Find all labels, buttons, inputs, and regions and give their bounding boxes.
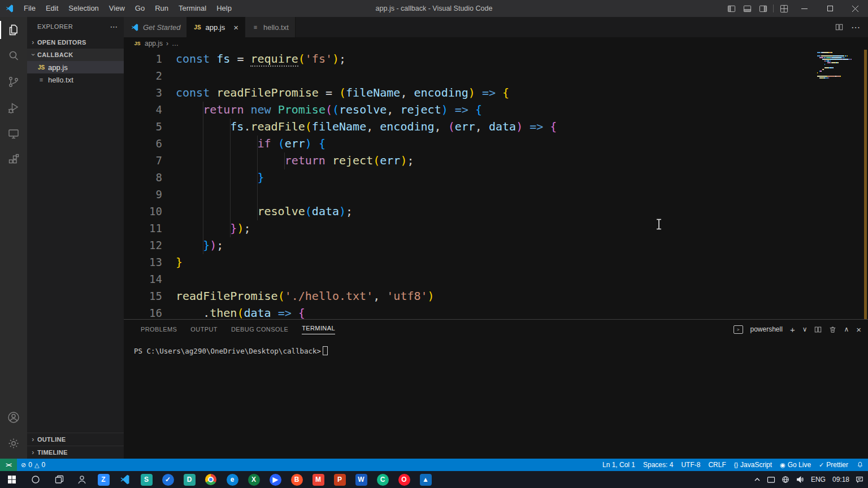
taskbar-app-powerpoint[interactable]: P [329, 471, 350, 488]
status-encoding[interactable]: UTF-8 [677, 459, 704, 471]
search-button[interactable] [24, 471, 47, 488]
code-line-6[interactable]: 6 if (err) { [124, 135, 868, 152]
code-line-16[interactable]: 16 .then(data => { [124, 304, 868, 319]
run-debug-icon[interactable] [0, 95, 27, 121]
tab-get-started[interactable]: Get Started [124, 17, 187, 37]
menu-terminal[interactable]: Terminal [173, 4, 211, 12]
problems-indicator[interactable]: ⊘ 0 △ 0 [17, 459, 49, 471]
tab-app-js[interactable]: JS app.js × [187, 17, 245, 37]
outline-section[interactable]: › OUTLINE [27, 433, 124, 446]
timeline-section[interactable]: › TIMELINE [27, 446, 124, 459]
menu-view[interactable]: View [104, 4, 130, 12]
breadcrumb[interactable]: JS app.js › … [124, 37, 868, 50]
taskbar-app-app-z[interactable]: Z [93, 471, 114, 488]
status-indentation[interactable]: Spaces: 4 [639, 459, 677, 471]
close-panel-icon[interactable]: × [856, 325, 861, 334]
menu-help[interactable]: Help [211, 4, 237, 12]
code-line-9[interactable]: 9 [124, 186, 868, 203]
overview-ruler[interactable] [864, 50, 867, 319]
notifications-bell-icon[interactable] [852, 459, 868, 471]
explorer-icon[interactable] [0, 17, 27, 43]
toggle-panel-icon[interactable] [739, 0, 755, 17]
new-terminal-icon[interactable]: + [790, 325, 795, 334]
code-line-2[interactable]: 2 [124, 67, 868, 84]
extensions-icon[interactable] [0, 147, 27, 173]
task-view-button[interactable] [47, 471, 71, 488]
search-icon[interactable] [0, 43, 27, 69]
terminal[interactable]: PS C:\Users\ag290\OneDrive\Desktop\callb… [124, 339, 868, 459]
close-tab-icon[interactable]: × [233, 23, 238, 32]
taskbar-app-chrome[interactable] [200, 471, 222, 488]
code-line-14[interactable]: 14 [124, 271, 868, 287]
code-line-10[interactable]: 10 resolve(data); [124, 203, 868, 220]
panel-tab-terminal[interactable]: TERMINAL [295, 320, 342, 339]
code-line-1[interactable]: 1const fs = require('fs'); [124, 50, 868, 67]
status-cursor-position[interactable]: Ln 1, Col 1 [598, 459, 639, 471]
tray-volume-icon[interactable] [796, 476, 804, 483]
remote-explorer-icon[interactable] [0, 121, 27, 147]
taskbar-app-brave[interactable]: B [286, 471, 307, 488]
panel-tab-output[interactable]: OUTPUT [184, 320, 224, 339]
explorer-more-actions-icon[interactable]: ⋯ [110, 22, 118, 31]
tray-network-icon[interactable] [782, 476, 789, 483]
accounts-icon[interactable] [0, 404, 27, 430]
remote-indicator[interactable]: >< [0, 459, 17, 471]
menu-file[interactable]: File [19, 4, 41, 12]
toggle-sidebar-icon[interactable] [723, 0, 739, 17]
taskbar-app-app-check[interactable]: ✓ [157, 471, 179, 488]
tab-hello-txt[interactable]: ≡ hello.txt [245, 17, 296, 37]
toggle-secondary-sidebar-icon[interactable] [755, 0, 771, 17]
menu-go[interactable]: Go [130, 4, 150, 12]
taskbar-app-app-drive[interactable]: D [179, 471, 200, 488]
start-button[interactable] [0, 471, 24, 488]
maximize-button[interactable] [817, 0, 843, 17]
code-line-3[interactable]: 3const readFilePromise = (fileName, enco… [124, 84, 868, 101]
maximize-panel-icon[interactable]: ∧ [844, 326, 849, 333]
taskbar-app-people[interactable] [71, 471, 93, 488]
split-editor-icon[interactable] [835, 23, 843, 31]
close-window-button[interactable] [843, 0, 868, 17]
taskbar-app-app-mail[interactable]: M [307, 471, 329, 488]
clock[interactable]: 09:18 [832, 476, 849, 483]
tray-expand-icon[interactable] [754, 476, 761, 483]
file-item-app-js[interactable]: JS app.js [27, 61, 124, 73]
taskbar-app-opera[interactable]: O [393, 471, 415, 488]
open-editors-section[interactable]: › OPEN EDITORS [27, 36, 124, 49]
code-line-8[interactable]: 8 } [124, 169, 868, 186]
status-go-live[interactable]: ◉Go Live [776, 459, 815, 471]
split-terminal-icon[interactable] [814, 326, 822, 333]
minimap[interactable] [817, 52, 858, 79]
status-eol[interactable]: CRLF [704, 459, 730, 471]
tray-tablet-icon[interactable] [767, 476, 775, 483]
code-line-4[interactable]: 4 return new Promise((resolve, reject) =… [124, 101, 868, 118]
minimize-button[interactable] [792, 0, 817, 17]
menu-edit[interactable]: Edit [41, 4, 63, 12]
breadcrumb-more[interactable]: … [172, 40, 179, 47]
more-actions-icon[interactable]: ⋯ [851, 22, 860, 33]
code-line-15[interactable]: 15readFilePromise('./hello.txt', 'utf8') [124, 287, 868, 304]
taskbar-app-word[interactable]: W [350, 471, 372, 488]
taskbar-app-app-green[interactable]: C [372, 471, 393, 488]
taskbar-app-vscode[interactable] [114, 471, 136, 488]
action-center-icon[interactable] [856, 476, 863, 483]
settings-gear-icon[interactable] [0, 430, 27, 456]
code-line-5[interactable]: 5 fs.readFile(fileName, encoding, (err, … [124, 118, 868, 135]
code-line-12[interactable]: 12 }); [124, 237, 868, 254]
menu-run[interactable]: Run [150, 4, 173, 12]
language-indicator[interactable]: ENG [810, 476, 826, 483]
kill-terminal-icon[interactable] [829, 326, 836, 333]
taskbar-app-app-excel[interactable]: X [243, 471, 264, 488]
code-line-13[interactable]: 13} [124, 254, 868, 271]
status-prettier[interactable]: ✓Prettier [815, 459, 852, 471]
file-item-hello-txt[interactable]: ≡ hello.txt [27, 73, 124, 86]
code-line-7[interactable]: 7 return reject(err); [124, 152, 868, 169]
code-editor[interactable]: 1const fs = require('fs');23const readFi… [124, 50, 868, 319]
breadcrumb-file[interactable]: app.js [145, 40, 163, 47]
source-control-icon[interactable] [0, 69, 27, 95]
taskbar-app-app-edge[interactable]: e [222, 471, 243, 488]
taskbar-app-photos[interactable]: ▲ [415, 471, 436, 488]
taskbar-app-app-media[interactable]: ▶ [264, 471, 286, 488]
chevron-down-icon[interactable]: ∨ [802, 326, 808, 333]
code-line-11[interactable]: 11 }); [124, 220, 868, 237]
status-language-mode[interactable]: {}JavaScript [730, 459, 776, 471]
